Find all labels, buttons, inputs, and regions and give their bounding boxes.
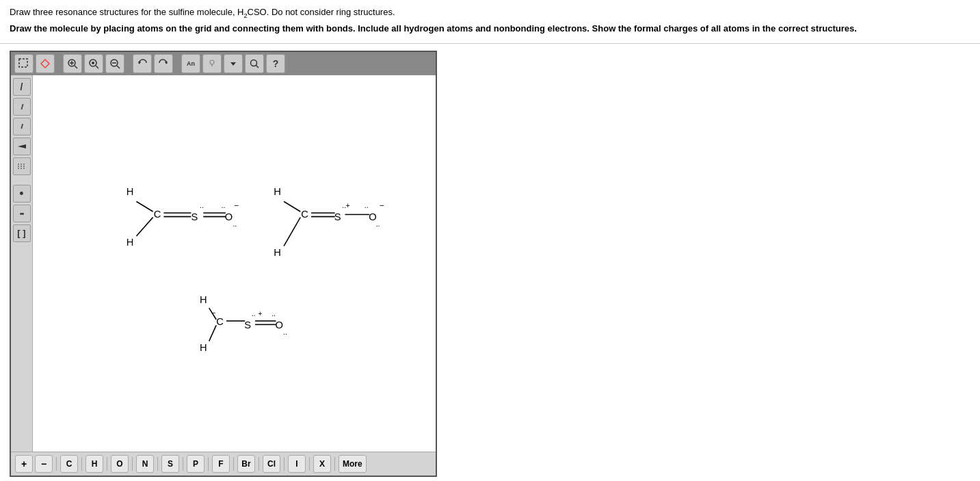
lone-pair-tool[interactable]: •• <box>13 205 31 222</box>
canvas-area[interactable]: H C H S .. <box>33 75 436 452</box>
svg-line-45 <box>209 325 217 341</box>
svg-point-8 <box>92 62 94 64</box>
toolbar-group-history <box>133 54 173 73</box>
bond-wedge-tool[interactable] <box>13 138 31 155</box>
svg-text:−: − <box>235 201 239 209</box>
zoom-reset-tool[interactable] <box>84 54 103 73</box>
charge-plus-button[interactable]: + <box>15 455 33 473</box>
bond-dash-tool[interactable] <box>13 157 31 175</box>
redo-tool[interactable] <box>154 54 173 73</box>
main-content: An ? / // /// <box>0 44 980 481</box>
element-sulfur-button[interactable]: S <box>161 455 179 473</box>
element-separator-8 <box>233 457 234 471</box>
svg-text:+: + <box>258 309 262 317</box>
svg-line-3 <box>75 66 77 68</box>
svg-marker-19 <box>18 144 26 148</box>
s-atom-3: S <box>244 319 251 330</box>
svg-text:..: .. <box>365 201 369 209</box>
h-top-3: H <box>200 294 207 304</box>
svg-point-14 <box>210 60 214 64</box>
element-separator-1 <box>56 457 57 471</box>
element-separator-3 <box>107 457 107 471</box>
element-separator-11 <box>309 457 310 471</box>
h-bottom-2: H <box>274 247 281 258</box>
zoom-out-tool[interactable] <box>105 54 124 73</box>
element-separator-7 <box>208 457 209 471</box>
help-tool[interactable]: ? <box>266 54 285 73</box>
element-phosphorus-button[interactable]: P <box>187 455 204 473</box>
more-elements-button[interactable]: More <box>339 455 367 473</box>
svg-line-33 <box>284 201 300 211</box>
element-iodine-button[interactable]: I <box>288 455 306 473</box>
c-atom-1: C <box>154 208 161 219</box>
element-bromine-button[interactable]: Br <box>237 455 255 473</box>
svg-line-24 <box>136 217 153 235</box>
erase-tool[interactable] <box>36 54 55 73</box>
select-tool[interactable] <box>14 54 34 73</box>
undo-tool[interactable] <box>133 54 152 73</box>
svg-line-18 <box>256 65 259 68</box>
toolbar-group-select <box>14 54 55 73</box>
bond-double-tool[interactable]: // <box>13 98 31 116</box>
o-atom-3: O <box>275 319 282 330</box>
svg-rect-0 <box>19 59 27 67</box>
left-tools: / // /// • •• [ ] <box>11 75 33 452</box>
toolbar: An ? <box>11 52 436 75</box>
element-oxygen-button[interactable]: O <box>111 455 129 473</box>
element-hydrogen-button[interactable]: H <box>85 455 103 473</box>
bracket-tool[interactable]: [ ] <box>13 224 31 242</box>
charge-minus-button[interactable]: − <box>35 455 53 473</box>
bond-triple-tool[interactable]: /// <box>13 118 31 135</box>
svg-marker-16 <box>230 62 236 66</box>
o-atom-1: O <box>225 211 233 222</box>
h-top-1: H <box>127 186 134 197</box>
s-atom-1: S <box>191 211 198 222</box>
template-tool[interactable]: An <box>181 54 200 73</box>
svg-text:..: .. <box>233 220 237 228</box>
search-tool[interactable] <box>245 54 264 73</box>
instruction-line2: Draw the molecule by placing atoms on th… <box>10 23 970 34</box>
svg-text:..: .. <box>222 201 226 209</box>
element-separator-6 <box>183 457 183 471</box>
svg-marker-1 <box>41 60 49 68</box>
toolbar-group-zoom <box>63 54 124 73</box>
bond-single-tool[interactable]: / <box>13 78 31 96</box>
lone-electron-tool[interactable]: • <box>13 185 31 203</box>
element-nitrogen-button[interactable]: N <box>136 455 154 473</box>
element-separator-2 <box>81 457 82 471</box>
svg-text:−: − <box>380 201 384 209</box>
page-header: Draw three resonance structures for the … <box>0 0 980 44</box>
svg-line-7 <box>96 66 98 68</box>
element-fluorine-button[interactable]: F <box>212 455 230 473</box>
c-atom-3: C <box>216 316 224 327</box>
h-bottom-3: H <box>200 342 207 353</box>
svg-line-23 <box>136 201 153 211</box>
svg-text:..: .. <box>200 201 204 209</box>
element-bar: + − C H O N S P F Br Cl I X More <box>11 452 436 476</box>
svg-text:..: .. <box>252 309 256 317</box>
svg-line-10 <box>117 66 120 68</box>
svg-text:..: .. <box>376 220 380 228</box>
hint-tool[interactable] <box>202 54 222 73</box>
element-separator-5 <box>157 457 158 471</box>
svg-text:..: .. <box>283 328 287 336</box>
dropdown-tool[interactable] <box>224 54 243 73</box>
c-atom-2: C <box>301 208 308 219</box>
element-chlorine-button[interactable]: Cl <box>263 455 280 473</box>
element-delete-button[interactable]: X <box>313 455 331 473</box>
element-separator-4 <box>132 457 133 471</box>
element-carbon-button[interactable]: C <box>60 455 78 473</box>
svg-point-17 <box>251 60 257 66</box>
editor-container: An ? / // /// <box>10 51 437 477</box>
zoom-in-tool[interactable] <box>63 54 82 73</box>
editor-body: / // /// • •• [ ] <box>11 75 436 452</box>
svg-line-34 <box>284 217 300 246</box>
element-separator-10 <box>284 457 284 471</box>
h-top-2: H <box>274 186 281 197</box>
h-bottom-1: H <box>127 236 134 247</box>
element-separator-12 <box>334 457 335 471</box>
s-atom-2: S <box>334 211 341 222</box>
svg-text:..: .. <box>272 309 276 317</box>
instruction-line1: Draw three resonance structures for the … <box>10 7 970 19</box>
element-separator-9 <box>259 457 259 471</box>
